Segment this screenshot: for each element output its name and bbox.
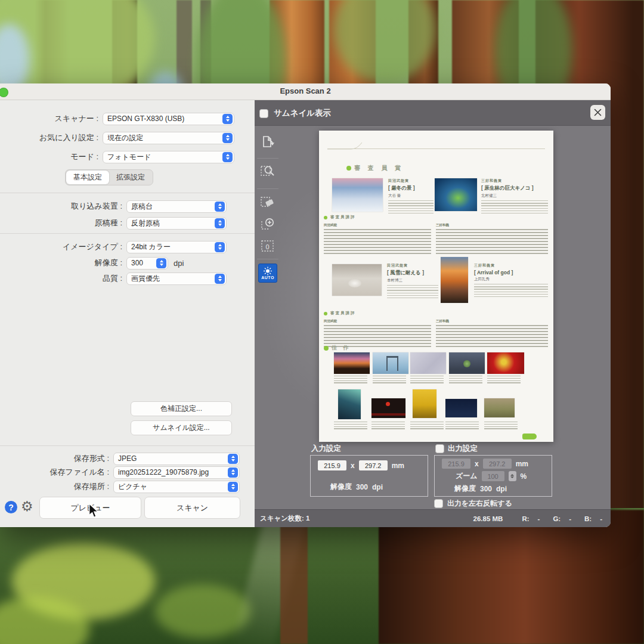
- zoom-value-field[interactable]: 100: [482, 471, 504, 481]
- settings-panel: スキャナー : EPSON GT-X830 (USB) お気に入り設定 : 現在…: [0, 100, 255, 527]
- window-title: Epson Scan 2: [0, 86, 611, 95]
- torii-gate: [386, 356, 398, 371]
- output-height-field[interactable]: 297.2: [483, 459, 512, 469]
- color-correction-button[interactable]: 色補正設定...: [131, 401, 232, 416]
- scanner-label: スキャナー :: [0, 113, 98, 124]
- document-type-select[interactable]: 反射原稿: [126, 217, 227, 230]
- output-dpi-unit: dpi: [496, 485, 507, 493]
- toolbar-separator: [257, 188, 278, 189]
- save-format-select[interactable]: JPEG: [113, 453, 240, 465]
- output-settings-title: 出力設定: [435, 444, 478, 454]
- preview-header: サムネイル表示: [255, 100, 611, 126]
- save-format-label: 保存形式 :: [0, 453, 109, 464]
- chevron-updown-icon: [215, 274, 225, 284]
- mode-label: モード :: [0, 151, 98, 162]
- white-horse: [348, 279, 361, 287]
- input-settings-title: 入力設定: [311, 444, 341, 454]
- favorite-settings-select[interactable]: 現在の設定: [103, 132, 234, 144]
- quality-select[interactable]: 画質優先: [126, 273, 227, 285]
- status-bar: スキャン枚数: 1 26.85 MB R: - G: - B: -: [255, 509, 611, 527]
- separator: [0, 445, 255, 446]
- chevron-updown-icon: [222, 133, 233, 143]
- rotate-tool-button[interactable]: [258, 132, 278, 153]
- save-filename-select[interactable]: img20251222_19075879.jpg: [113, 466, 240, 479]
- input-width-field[interactable]: 215.9: [318, 460, 346, 470]
- award-photo-3: [332, 264, 382, 296]
- thumb-caption: [445, 422, 479, 430]
- dpi-unit: dpi: [174, 259, 184, 268]
- scan-count: スキャン枚数: 1: [260, 514, 310, 523]
- mode-select[interactable]: フォトモード: [103, 151, 234, 163]
- percent-unit: %: [521, 472, 527, 481]
- thumbnail-settings-button[interactable]: サムネイル設定...: [131, 420, 232, 435]
- input-resolution-label: 解像度: [330, 482, 352, 492]
- thumb-photo: [449, 352, 485, 374]
- input-resolution-value: 300: [356, 483, 368, 491]
- image-type-select[interactable]: 24bit カラー: [126, 241, 227, 253]
- thumbnail-view-label: サムネイル表示: [274, 108, 331, 119]
- erase-marquee-button[interactable]: [258, 193, 278, 213]
- zoom-label: ズーム: [456, 471, 478, 481]
- output-settings-box: 215.9 x 297.2 mm ズーム 100 % 解像度 300 dpi: [434, 455, 552, 497]
- titlebar[interactable]: Epson Scan 2: [0, 83, 611, 100]
- g-label: G:: [553, 515, 561, 522]
- scan-button[interactable]: スキャン: [144, 497, 240, 519]
- section-honorable-mention: 佳 作: [324, 344, 351, 352]
- thumb-caption: [371, 422, 405, 430]
- green-page-badge: [522, 434, 537, 439]
- toolbar-separator: [257, 259, 278, 259]
- source-select[interactable]: 原稿台: [126, 200, 227, 213]
- resolution-label: 解像度 :: [0, 258, 122, 268]
- award-photo-2: [435, 178, 477, 211]
- award-caption-2: 三好和義賞 [ 原生林の巨大キノコ ] 北村健三: [481, 178, 548, 213]
- thumbnail-view-checkbox[interactable]: [259, 109, 268, 118]
- document-type-label: 原稿種 :: [0, 218, 122, 228]
- award-caption-3: 田沼武能賞 [ 風雪に耐える ] 本村博三: [387, 263, 438, 298]
- scanned-document-preview[interactable]: 審 査 員 賞 田沼武能賞 [ 厳冬の景 ] 大谷 晋 三好和義賞 [ 原生林の…: [319, 131, 553, 442]
- input-height-field[interactable]: 297.2: [359, 460, 388, 470]
- size-separator: x: [475, 460, 479, 468]
- chevron-updown-icon: [228, 467, 238, 478]
- section-judges-comment-1: 審査員講評: [324, 215, 356, 220]
- chevron-updown-icon: [215, 218, 225, 228]
- source-label: 取り込み装置 :: [0, 201, 122, 212]
- b-value: -: [600, 515, 602, 522]
- help-button[interactable]: ?: [5, 501, 17, 513]
- file-size: 26.85 MB: [473, 515, 503, 522]
- eraser-marquee-icon: [259, 194, 276, 211]
- resolution-combo[interactable]: 300: [126, 257, 168, 270]
- award-photo-1: [332, 178, 383, 212]
- mm-unit: mm: [516, 460, 528, 468]
- save-location-select[interactable]: ピクチャ: [113, 481, 240, 493]
- chevron-updown-icon: [222, 114, 233, 124]
- add-marquee-button[interactable]: [258, 215, 278, 235]
- zoom-stepper[interactable]: [509, 471, 516, 481]
- mm-unit: mm: [392, 462, 404, 470]
- thumb-photo: [410, 352, 446, 374]
- scanner-select[interactable]: EPSON GT-X830 (USB): [103, 113, 234, 125]
- auto-exposure-button[interactable]: AUTO: [258, 264, 277, 283]
- tab-advanced-settings[interactable]: 拡張設定: [109, 171, 152, 184]
- close-button[interactable]: [590, 105, 605, 120]
- output-settings-checkbox[interactable]: [435, 444, 444, 453]
- marquee-count-button[interactable]: 0: [258, 236, 278, 256]
- separator: [0, 233, 255, 234]
- size-separator: x: [351, 462, 355, 470]
- chevron-updown-icon: [228, 482, 238, 492]
- thumb-caption: [410, 422, 444, 430]
- section-judges-comment-2: 審査員講評: [324, 311, 356, 316]
- gear-icon[interactable]: ⚙: [21, 500, 33, 513]
- add-marquee-icon: [259, 216, 276, 233]
- output-width-field[interactable]: 215.9: [442, 459, 470, 469]
- comment-block-1: 田沼武能: [324, 223, 431, 254]
- insect: [463, 360, 470, 367]
- image-type-label: イメージタイプ :: [0, 242, 122, 252]
- g-value: -: [569, 515, 571, 522]
- thumb-caption: [410, 376, 444, 384]
- thumb-photo: [413, 389, 436, 418]
- thumb-caption: [487, 376, 521, 384]
- mirror-output-checkbox[interactable]: [434, 499, 443, 508]
- tab-basic-settings[interactable]: 基本設定: [66, 171, 109, 184]
- zoom-tool-button[interactable]: [258, 161, 278, 181]
- chevron-updown-icon: [215, 242, 225, 252]
